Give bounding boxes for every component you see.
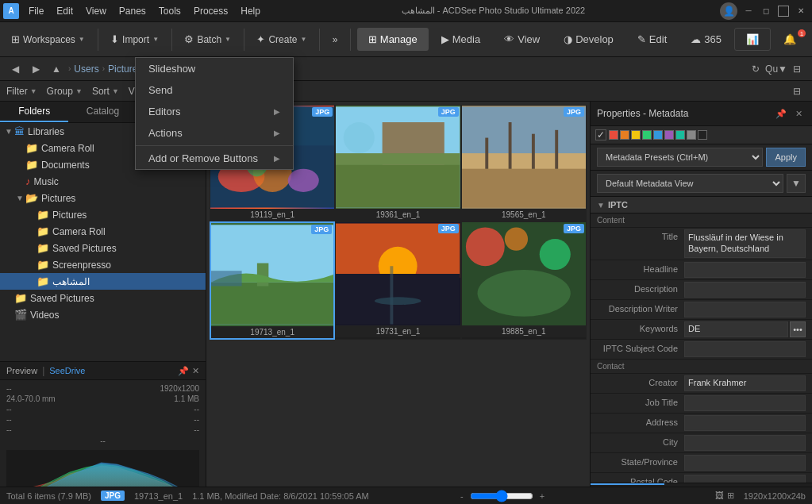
actions-submenu-arrow: ▶ — [274, 129, 280, 137]
dropdown-menu: Slideshow Send Editors ▶ Actions ▶ Add o… — [135, 57, 294, 170]
menu-slideshow[interactable]: Slideshow — [136, 58, 293, 79]
dropdown-overlay[interactable] — [0, 0, 812, 504]
editors-submenu-arrow: ▶ — [274, 107, 280, 116]
add-remove-label: Add or Remove Buttons — [148, 152, 258, 164]
menu-editors[interactable]: Editors ▶ — [136, 101, 293, 122]
add-remove-submenu-arrow: ▶ — [274, 154, 280, 163]
menu-send[interactable]: Send — [136, 79, 293, 101]
send-label: Send — [148, 84, 172, 96]
menu-divider — [136, 145, 293, 146]
menu-add-remove-buttons[interactable]: Add or Remove Buttons ▶ — [136, 148, 293, 169]
menu-actions[interactable]: Actions ▶ — [136, 122, 293, 144]
actions-label: Actions — [148, 127, 183, 139]
editors-label: Editors — [148, 106, 180, 117]
slideshow-label: Slideshow — [148, 63, 195, 75]
